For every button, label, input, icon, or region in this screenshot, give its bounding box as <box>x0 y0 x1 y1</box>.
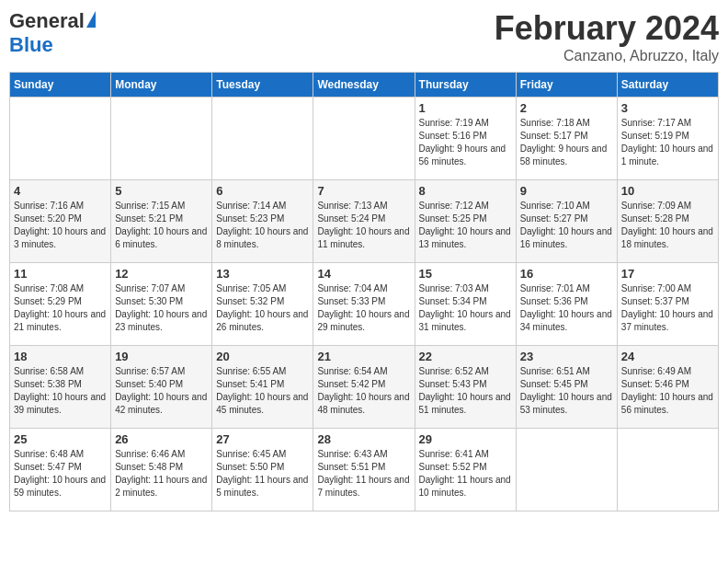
day-number: 28 <box>317 432 410 446</box>
calendar-cell-w4d4: 21Sunrise: 6:54 AMSunset: 5:42 PMDayligh… <box>313 346 415 429</box>
day-info: Sunrise: 6:51 AMSunset: 5:45 PMDaylight:… <box>520 365 613 417</box>
day-number: 3 <box>621 101 714 115</box>
day-number: 6 <box>216 184 309 198</box>
day-info: Sunrise: 7:15 AMSunset: 5:21 PMDaylight:… <box>115 200 208 251</box>
calendar-cell-w5d7 <box>617 429 718 511</box>
calendar-cell-w3d7: 17Sunrise: 7:00 AMSunset: 5:37 PMDayligh… <box>617 263 718 346</box>
calendar-cell-w2d2: 5Sunrise: 7:15 AMSunset: 5:21 PMDaylight… <box>111 180 212 263</box>
day-info: Sunrise: 7:08 AMSunset: 5:29 PMDaylight:… <box>14 282 107 334</box>
day-info: Sunrise: 7:17 AMSunset: 5:19 PMDaylight:… <box>621 117 714 168</box>
day-number: 2 <box>520 101 613 115</box>
calendar-week-4: 18Sunrise: 6:58 AMSunset: 5:38 PMDayligh… <box>10 346 719 429</box>
calendar-cell-w5d1: 25Sunrise: 6:48 AMSunset: 5:47 PMDayligh… <box>10 429 111 511</box>
page-header: General Blue February 2024 Canzano, Abru… <box>9 9 719 64</box>
day-number: 15 <box>419 267 512 281</box>
day-number: 1 <box>419 101 512 115</box>
day-info: Sunrise: 6:52 AMSunset: 5:43 PMDaylight:… <box>419 365 512 417</box>
day-info: Sunrise: 6:48 AMSunset: 5:47 PMDaylight:… <box>14 448 107 500</box>
day-number: 26 <box>115 432 208 446</box>
day-info: Sunrise: 6:43 AMSunset: 5:51 PMDaylight:… <box>317 448 410 500</box>
calendar-cell-w4d5: 22Sunrise: 6:52 AMSunset: 5:43 PMDayligh… <box>415 346 516 429</box>
day-number: 7 <box>317 184 410 198</box>
calendar-cell-w5d6 <box>516 429 617 511</box>
calendar-week-3: 11Sunrise: 7:08 AMSunset: 5:29 PMDayligh… <box>10 263 719 346</box>
logo-blue-text: Blue <box>9 33 53 57</box>
calendar-cell-w1d1 <box>10 98 111 180</box>
calendar-cell-w4d1: 18Sunrise: 6:58 AMSunset: 5:38 PMDayligh… <box>10 346 111 429</box>
day-info: Sunrise: 6:55 AMSunset: 5:41 PMDaylight:… <box>216 365 309 417</box>
weekday-thursday: Thursday <box>415 73 516 98</box>
day-number: 4 <box>14 184 107 198</box>
calendar-cell-w4d6: 23Sunrise: 6:51 AMSunset: 5:45 PMDayligh… <box>516 346 617 429</box>
day-number: 29 <box>419 432 512 446</box>
calendar-cell-w4d7: 24Sunrise: 6:49 AMSunset: 5:46 PMDayligh… <box>617 346 718 429</box>
day-info: Sunrise: 6:46 AMSunset: 5:48 PMDaylight:… <box>115 448 208 500</box>
day-number: 20 <box>216 350 309 363</box>
day-number: 9 <box>520 184 613 198</box>
calendar-cell-w2d1: 4Sunrise: 7:16 AMSunset: 5:20 PMDaylight… <box>10 180 111 263</box>
calendar-cell-w1d7: 3Sunrise: 7:17 AMSunset: 5:19 PMDaylight… <box>617 98 718 180</box>
calendar-cell-w1d4 <box>313 98 415 180</box>
calendar-cell-w1d5: 1Sunrise: 7:19 AMSunset: 5:16 PMDaylight… <box>415 98 516 180</box>
day-number: 23 <box>520 350 613 363</box>
day-info: Sunrise: 6:57 AMSunset: 5:40 PMDaylight:… <box>115 365 208 417</box>
day-info: Sunrise: 7:18 AMSunset: 5:17 PMDaylight:… <box>520 117 613 168</box>
calendar-cell-w1d3 <box>212 98 313 180</box>
logo-general-text: General <box>9 9 85 33</box>
calendar-cell-w3d6: 16Sunrise: 7:01 AMSunset: 5:36 PMDayligh… <box>516 263 617 346</box>
day-number: 18 <box>14 350 107 363</box>
calendar-cell-w2d7: 10Sunrise: 7:09 AMSunset: 5:28 PMDayligh… <box>617 180 718 263</box>
day-number: 8 <box>419 184 512 198</box>
day-info: Sunrise: 6:54 AMSunset: 5:42 PMDaylight:… <box>317 365 410 417</box>
day-number: 13 <box>216 267 309 281</box>
day-info: Sunrise: 7:04 AMSunset: 5:33 PMDaylight:… <box>317 282 410 334</box>
day-info: Sunrise: 7:19 AMSunset: 5:16 PMDaylight:… <box>419 117 512 168</box>
day-info: Sunrise: 7:01 AMSunset: 5:36 PMDaylight:… <box>520 282 613 334</box>
calendar-title: February 2024 <box>495 9 719 48</box>
calendar-cell-w2d3: 6Sunrise: 7:14 AMSunset: 5:23 PMDaylight… <box>212 180 313 263</box>
day-info: Sunrise: 7:00 AMSunset: 5:37 PMDaylight:… <box>621 282 714 334</box>
day-info: Sunrise: 7:05 AMSunset: 5:32 PMDaylight:… <box>216 282 309 334</box>
day-number: 16 <box>520 267 613 281</box>
day-number: 19 <box>115 350 208 363</box>
calendar-table: SundayMondayTuesdayWednesdayThursdayFrid… <box>9 72 719 511</box>
weekday-saturday: Saturday <box>617 73 718 98</box>
calendar-cell-w4d2: 19Sunrise: 6:57 AMSunset: 5:40 PMDayligh… <box>111 346 212 429</box>
calendar-cell-w1d6: 2Sunrise: 7:18 AMSunset: 5:17 PMDaylight… <box>516 98 617 180</box>
day-number: 24 <box>621 350 714 363</box>
day-info: Sunrise: 7:09 AMSunset: 5:28 PMDaylight:… <box>621 200 714 251</box>
calendar-cell-w1d2 <box>111 98 212 180</box>
weekday-friday: Friday <box>516 73 617 98</box>
day-info: Sunrise: 7:14 AMSunset: 5:23 PMDaylight:… <box>216 200 309 251</box>
calendar-body: 1Sunrise: 7:19 AMSunset: 5:16 PMDaylight… <box>10 98 719 511</box>
weekday-monday: Monday <box>111 73 212 98</box>
day-number: 21 <box>317 350 410 363</box>
day-number: 11 <box>14 267 107 281</box>
title-block: February 2024 Canzano, Abruzzo, Italy <box>495 9 719 64</box>
calendar-subtitle: Canzano, Abruzzo, Italy <box>495 48 719 64</box>
calendar-cell-w3d5: 15Sunrise: 7:03 AMSunset: 5:34 PMDayligh… <box>415 263 516 346</box>
day-number: 22 <box>419 350 512 363</box>
weekday-tuesday: Tuesday <box>212 73 313 98</box>
calendar-cell-w2d6: 9Sunrise: 7:10 AMSunset: 5:27 PMDaylight… <box>516 180 617 263</box>
day-number: 12 <box>115 267 208 281</box>
calendar-cell-w4d3: 20Sunrise: 6:55 AMSunset: 5:41 PMDayligh… <box>212 346 313 429</box>
calendar-cell-w5d3: 27Sunrise: 6:45 AMSunset: 5:50 PMDayligh… <box>212 429 313 511</box>
calendar-week-2: 4Sunrise: 7:16 AMSunset: 5:20 PMDaylight… <box>10 180 719 263</box>
day-info: Sunrise: 7:03 AMSunset: 5:34 PMDaylight:… <box>419 282 512 334</box>
day-number: 5 <box>115 184 208 198</box>
weekday-header-row: SundayMondayTuesdayWednesdayThursdayFrid… <box>10 73 719 98</box>
weekday-wednesday: Wednesday <box>313 73 415 98</box>
day-info: Sunrise: 7:13 AMSunset: 5:24 PMDaylight:… <box>317 200 410 251</box>
day-number: 10 <box>621 184 714 198</box>
calendar-cell-w5d5: 29Sunrise: 6:41 AMSunset: 5:52 PMDayligh… <box>415 429 516 511</box>
day-number: 14 <box>317 267 410 281</box>
calendar-cell-w3d4: 14Sunrise: 7:04 AMSunset: 5:33 PMDayligh… <box>313 263 415 346</box>
day-number: 27 <box>216 432 309 446</box>
day-info: Sunrise: 7:16 AMSunset: 5:20 PMDaylight:… <box>14 200 107 251</box>
day-info: Sunrise: 6:41 AMSunset: 5:52 PMDaylight:… <box>419 448 512 500</box>
day-info: Sunrise: 6:49 AMSunset: 5:46 PMDaylight:… <box>621 365 714 417</box>
calendar-cell-w3d2: 12Sunrise: 7:07 AMSunset: 5:30 PMDayligh… <box>111 263 212 346</box>
day-number: 17 <box>621 267 714 281</box>
day-info: Sunrise: 7:07 AMSunset: 5:30 PMDaylight:… <box>115 282 208 334</box>
